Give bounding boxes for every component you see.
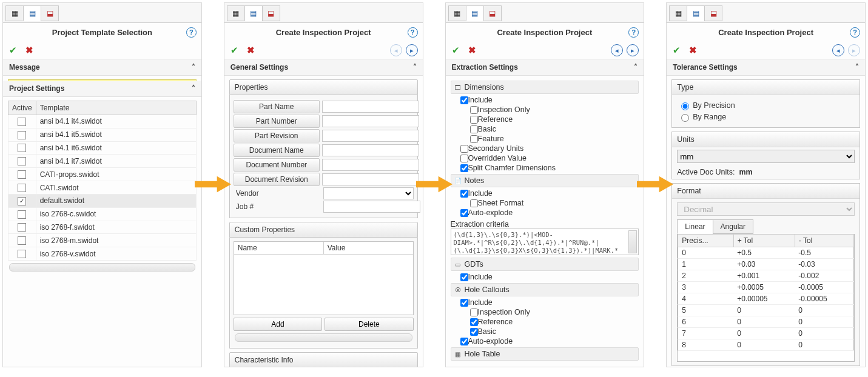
- prev-step-icon[interactable]: ◂: [832, 44, 844, 56]
- scroll-bar[interactable]: [235, 333, 412, 342]
- dims-feature-check[interactable]: [470, 135, 478, 143]
- active-check[interactable]: [18, 170, 26, 179]
- add-button[interactable]: Add: [234, 318, 322, 331]
- table-row[interactable]: 700: [678, 328, 854, 339]
- document-number-input[interactable]: [322, 159, 419, 171]
- chevron-up-icon[interactable]: ˄: [855, 63, 859, 72]
- table-row[interactable]: 800: [678, 339, 854, 351]
- tab-2[interactable]: ▤: [244, 5, 263, 21]
- tab-1[interactable]: ▦: [5, 5, 24, 21]
- secondary-units-check[interactable]: [460, 145, 468, 153]
- delete-button[interactable]: Delete: [325, 318, 413, 331]
- table-row[interactable]: 600: [678, 316, 854, 328]
- hc-basic-check[interactable]: [470, 328, 478, 336]
- active-check[interactable]: [18, 184, 26, 192]
- split-chamfer-check[interactable]: [460, 164, 468, 172]
- document-revision-button[interactable]: Document Revision: [234, 173, 320, 186]
- gdts-label: GDTs: [465, 260, 483, 269]
- part-name-input[interactable]: [322, 101, 419, 113]
- ok-check-icon[interactable]: ✔: [452, 45, 460, 56]
- custom-props-table[interactable]: Name Value: [234, 241, 414, 315]
- by-precision-radio[interactable]: By Precision: [678, 101, 853, 110]
- vendor-select[interactable]: [323, 187, 414, 199]
- tab-angular[interactable]: Angular: [713, 219, 753, 234]
- cancel-x-icon[interactable]: ✖: [689, 45, 697, 56]
- units-select[interactable]: mm: [677, 150, 855, 163]
- table-row[interactable]: ansi b4.1 it7.swidot: [8, 155, 197, 168]
- table-row[interactable]: iso 2768-c.swidot: [8, 207, 197, 221]
- document-name-input[interactable]: [322, 144, 419, 156]
- by-range-radio[interactable]: By Range: [678, 112, 853, 122]
- prev-step-icon[interactable]: ◂: [390, 44, 402, 56]
- help-icon[interactable]: ?: [850, 27, 860, 38]
- active-check[interactable]: [18, 210, 26, 219]
- active-check[interactable]: [18, 131, 26, 139]
- notes-autoexplode-check[interactable]: [460, 209, 468, 217]
- table-row[interactable]: 3+0.0005-0.0005: [678, 282, 854, 293]
- notes-icon: 📄: [454, 178, 462, 184]
- job-input[interactable]: [323, 201, 420, 213]
- table-row[interactable]: 1+0.03-0.03: [678, 259, 854, 270]
- criteria-textarea[interactable]: (\d{1,3}\.\s{0,3}.*)|<MOD-DIAM>.*|^R\s{0…: [451, 229, 639, 255]
- table-row[interactable]: default.swidot: [8, 194, 197, 207]
- dims-basic-check[interactable]: [470, 125, 478, 133]
- hc-include-check[interactable]: [460, 299, 468, 307]
- table-row[interactable]: CATI-props.swidot: [8, 168, 197, 181]
- part-name-button[interactable]: Part Name: [234, 100, 320, 113]
- table-row[interactable]: iso 2768-m.swidot: [8, 234, 197, 247]
- hc-insponly-check[interactable]: [470, 309, 478, 316]
- ok-check-icon[interactable]: ✔: [9, 45, 17, 56]
- active-check[interactable]: [18, 223, 26, 232]
- active-check[interactable]: [18, 250, 26, 258]
- ok-check-icon[interactable]: ✔: [230, 45, 238, 56]
- table-row[interactable]: CATI.swidot: [8, 181, 197, 195]
- active-check[interactable]: [18, 157, 26, 165]
- overridden-check[interactable]: [460, 155, 468, 162]
- dims-insponly-check[interactable]: [470, 106, 478, 114]
- table-row[interactable]: ansi b4.1 it5.swidot: [8, 128, 197, 141]
- hc-autoexplode-check[interactable]: [460, 338, 468, 345]
- tab3-icon: ⬓: [710, 9, 717, 18]
- hc-ref-label: Reference: [478, 318, 513, 326]
- table-row[interactable]: ansi b4.1 it4.swidot: [8, 115, 197, 128]
- cancel-x-icon[interactable]: ✖: [25, 45, 33, 56]
- cancel-x-icon[interactable]: ✖: [247, 45, 255, 56]
- hc-ref-check[interactable]: [470, 318, 478, 326]
- table-row[interactable]: ansi b4.1 it6.swidot: [8, 141, 197, 155]
- table-row[interactable]: 0+0.5-0.5: [678, 247, 854, 259]
- next-step-icon[interactable]: ▸: [848, 44, 860, 56]
- document-name-button[interactable]: Document Name: [234, 144, 320, 157]
- active-check[interactable]: [18, 144, 26, 152]
- ok-check-icon[interactable]: ✔: [673, 45, 681, 56]
- active-check[interactable]: [18, 236, 26, 245]
- gdt-include-check[interactable]: [460, 273, 468, 281]
- sheet-format-check[interactable]: [470, 199, 478, 207]
- part-number-input[interactable]: [322, 115, 419, 127]
- part-revision-button[interactable]: Part Revision: [234, 129, 320, 142]
- tab-3[interactable]: ⬓: [262, 5, 280, 21]
- scroll-bar[interactable]: [9, 263, 195, 272]
- notes-include-check[interactable]: [460, 190, 468, 198]
- document-revision-input[interactable]: [322, 173, 419, 185]
- tab-3[interactable]: ⬓: [704, 5, 722, 21]
- part-number-button[interactable]: Part Number: [234, 115, 320, 128]
- table-row[interactable]: 4+0.00005-0.00005: [678, 293, 854, 305]
- active-check[interactable]: [18, 118, 26, 126]
- active-check[interactable]: [18, 197, 26, 205]
- tab-linear[interactable]: Linear: [677, 219, 713, 234]
- prev-step-icon[interactable]: ◂: [611, 44, 623, 56]
- dims-ref-check[interactable]: [470, 116, 478, 124]
- dims-include-check[interactable]: [460, 96, 468, 104]
- cancel-x-icon[interactable]: ✖: [468, 45, 476, 56]
- tab-2[interactable]: ▤: [23, 5, 41, 21]
- tab-2[interactable]: ▤: [687, 5, 705, 21]
- tab-3[interactable]: ⬓: [41, 5, 59, 21]
- tab-2[interactable]: ▤: [466, 5, 484, 21]
- part-revision-input[interactable]: [322, 130, 419, 142]
- table-row[interactable]: 500: [678, 305, 854, 316]
- table-row[interactable]: iso 2768-v.swidot: [8, 247, 197, 261]
- table-row[interactable]: iso 2768-f.swidot: [8, 221, 197, 234]
- document-number-button[interactable]: Document Number: [234, 158, 320, 172]
- table-row[interactable]: 2+0.001-0.002: [678, 270, 854, 282]
- tab-3[interactable]: ⬓: [483, 5, 502, 21]
